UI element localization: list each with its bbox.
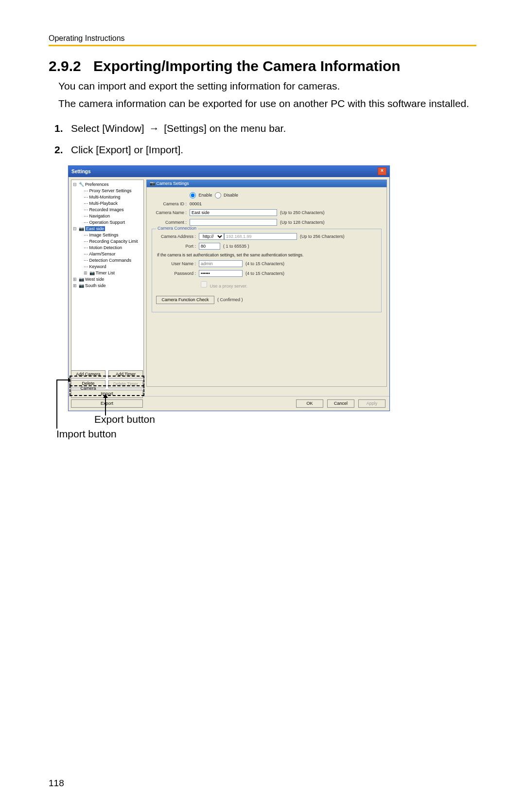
settings-tree[interactable]: ⊟ 🔧 Preferences ⋯ Proxy Server Settings … xyxy=(71,180,144,394)
running-header: Operating Instructions xyxy=(49,34,476,43)
close-icon[interactable]: × xyxy=(378,167,386,175)
step-list: 1.Select [Window] → [Settings] on the me… xyxy=(54,123,476,156)
proxy-checkbox[interactable]: Use a proxy server. xyxy=(199,280,247,289)
import-callout-label: Import button xyxy=(56,428,117,440)
settings-dialog: Settings × ⊟ 🔧 Preferences ⋯ Proxy Serve… xyxy=(68,165,390,411)
tree-node-opsup[interactable]: ⋯ Operation Support xyxy=(72,219,142,226)
tree-node-preferences[interactable]: ⊟ 🔧 Preferences xyxy=(72,181,142,188)
section-title-text: Exporting/Importing the Camera Informati… xyxy=(93,58,401,74)
camera-connection-fieldset: Camera Connection Camera Address : http:… xyxy=(152,229,382,312)
address-label: Camera Address : xyxy=(156,234,199,239)
port-input[interactable] xyxy=(199,243,220,250)
username-hint: (4 to 15 Characters) xyxy=(245,261,284,266)
tree-node-alarm[interactable]: ⋯ Alarm/Sensor xyxy=(72,251,142,257)
tree-node-eastside[interactable]: ⊟ 📷 East side xyxy=(72,226,142,232)
cancel-button[interactable]: Cancel xyxy=(327,399,354,408)
port-label: Port : xyxy=(156,244,199,249)
tree-node-proxy[interactable]: ⋯ Proxy Server Settings xyxy=(72,188,142,194)
delete-camera-button[interactable]: Delete Camera xyxy=(71,380,105,388)
tree-button-group: Add Camera Add Timer Delete Camera Delet… xyxy=(71,369,144,394)
tree-node-imgset[interactable]: ⋯ Image Settings xyxy=(72,232,142,238)
add-camera-button[interactable]: Add Camera xyxy=(71,370,105,379)
tree-node-westside[interactable]: ⊞ 📷 West side xyxy=(72,276,142,283)
import-arrow-icon xyxy=(56,377,71,383)
tree-node-keyword[interactable]: ⋯ Keyword xyxy=(72,264,142,270)
import-connector xyxy=(56,380,57,429)
apply-button[interactable]: Apply xyxy=(358,399,385,408)
enable-radio[interactable]: Enable xyxy=(190,192,212,198)
auth-note: If the camera is set authentication sett… xyxy=(157,253,377,257)
section-heading: 2.9.2Exporting/Importing the Camera Info… xyxy=(49,58,476,74)
confirmed-text: ( Confirmed ) xyxy=(217,297,243,302)
header-divider xyxy=(49,45,476,46)
address-hint: (Up to 256 Characters) xyxy=(300,234,345,239)
camera-id-value: 00001 xyxy=(190,201,202,206)
panel-header: 📷 Camera Settings xyxy=(146,180,387,187)
ok-button[interactable]: OK xyxy=(296,399,323,408)
password-label: Password : xyxy=(156,271,199,276)
tree-node-motion[interactable]: ⋯ Motion Detection xyxy=(72,245,142,251)
password-hint: (4 to 15 Characters) xyxy=(245,271,284,276)
section-number: 2.9.2 xyxy=(49,58,93,74)
dialog-title-text: Settings xyxy=(71,169,90,174)
svg-marker-1 xyxy=(68,378,71,382)
export-arrow-icon xyxy=(102,394,109,415)
page-number: 118 xyxy=(49,778,64,789)
camera-id-label: Camera ID : xyxy=(152,201,190,206)
username-input[interactable] xyxy=(199,260,243,267)
camera-settings-panel: 📷 Camera Settings Enable Disable Camera … xyxy=(146,180,387,394)
function-check-button[interactable]: Camera Function Check xyxy=(156,296,214,304)
step-2: 2.Click [Export] or [Import]. xyxy=(54,144,476,156)
comment-hint: (Up to 128 Characters) xyxy=(280,220,325,225)
password-input[interactable] xyxy=(199,270,243,277)
export-callout-label: Export button xyxy=(94,414,155,425)
tree-node-nav[interactable]: ⋯ Navigation xyxy=(72,213,142,219)
comment-label: Comment : xyxy=(152,220,190,225)
comment-input[interactable] xyxy=(190,219,277,226)
delete-timer-button[interactable]: Delete Timer xyxy=(108,380,143,388)
disable-radio[interactable]: Disable xyxy=(215,192,239,198)
import-button[interactable]: Import xyxy=(71,390,143,394)
tree-node-detcmd[interactable]: ⋯ Detection Commands xyxy=(72,257,142,264)
intro-paragraph-1: You can import and export the setting in… xyxy=(58,79,476,93)
settings-dialog-figure: Settings × ⊟ 🔧 Preferences ⋯ Proxy Serve… xyxy=(68,165,476,411)
camera-name-hint: (Up to 250 Characters) xyxy=(280,210,325,215)
address-input[interactable] xyxy=(224,233,297,240)
svg-marker-3 xyxy=(103,394,108,398)
scheme-select[interactable]: http:// xyxy=(199,233,224,240)
add-timer-button[interactable]: Add Timer xyxy=(108,370,143,379)
camera-name-label: Camera Name : xyxy=(152,210,190,215)
username-label: User Name : xyxy=(156,261,199,266)
connection-legend: Camera Connection xyxy=(156,226,198,231)
tree-node-recimg[interactable]: ⋯ Recorded Images xyxy=(72,207,142,213)
dialog-titlebar: Settings × xyxy=(69,166,389,177)
enable-row: Enable Disable xyxy=(152,192,382,198)
tree-node-timerlist[interactable]: ⊞ 📷 Timer List xyxy=(72,270,142,276)
arrow-icon: → xyxy=(147,123,161,134)
tree-node-reccap[interactable]: ⋯ Recording Capacity Limit xyxy=(72,238,142,245)
step-1: 1.Select [Window] → [Settings] on the me… xyxy=(54,123,476,134)
tree-node-southside[interactable]: ⊞ 📷 South side xyxy=(72,283,142,289)
tree-node-multipb[interactable]: ⋯ Multi-Playback xyxy=(72,200,142,207)
tree-node-multimon[interactable]: ⋯ Multi-Monitoring xyxy=(72,194,142,200)
port-hint: ( 1 to 65535 ) xyxy=(223,244,249,249)
intro-paragraph-2: The camera information can be exported f… xyxy=(58,97,476,110)
camera-name-input[interactable] xyxy=(190,209,277,216)
